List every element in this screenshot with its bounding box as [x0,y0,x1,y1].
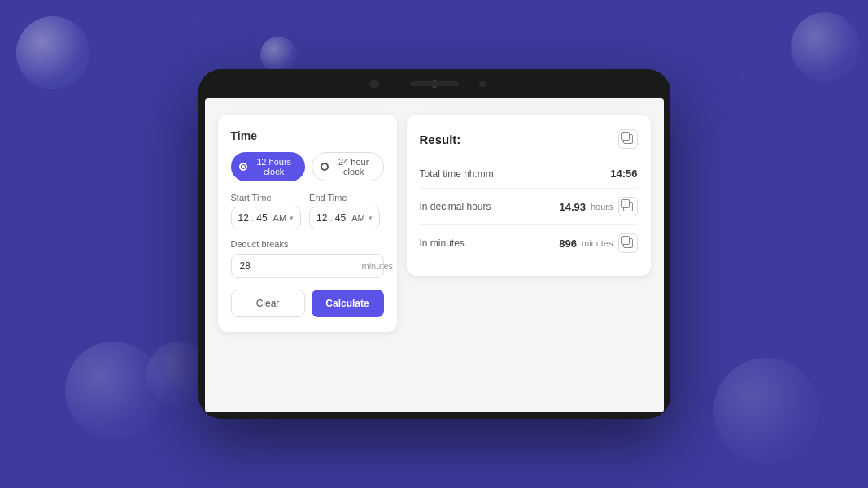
deduct-input-wrapper: minutes [231,254,384,278]
result-value-wrap-2: 896 minutes [559,233,637,253]
end-ampm-arrow: ▾ [369,214,373,222]
panel-title: Time [231,129,384,142]
end-time-group: End Time 12 : 45 AM ▾ [309,193,380,229]
bg-sphere-4 [65,342,163,439]
speaker [410,81,459,86]
radio-24h [321,163,329,171]
start-ampm[interactable]: AM ▾ [273,213,294,223]
result-row-2: In minutes 896 minutes [420,224,638,261]
end-time-input[interactable]: 12 : 45 AM ▾ [309,207,380,229]
start-minutes: 45 [256,212,267,224]
left-panel: Time 12 hours clock 24 hour clock Start … [218,115,397,332]
deduct-input[interactable] [240,260,362,272]
camera-right [479,81,486,87]
end-separator: : [329,212,332,224]
result-value-0: 14:56 [610,168,637,180]
result-unit-2: minutes [582,238,613,248]
end-ampm[interactable]: AM ▾ [351,213,373,223]
end-time-label: End Time [309,193,380,203]
copy-all-button[interactable] [618,129,638,149]
tablet: Time 12 hours clock 24 hour clock Start … [198,69,670,419]
deduct-label: Deduct breaks [231,239,384,249]
bg-sphere-2 [260,37,297,73]
action-buttons: Clear Calculate [231,290,384,317]
result-label-0: Total time hh:mm [420,168,494,180]
tablet-screen: Time 12 hours clock 24 hour clock Start … [205,98,664,412]
start-time-input[interactable]: 12 : 45 AM ▾ [231,207,302,229]
start-ampm-text: AM [273,213,287,223]
copy-all-icon [623,134,633,144]
bg-sphere-3 [791,12,860,81]
start-ampm-arrow: ▾ [290,214,294,222]
copy-decimal-button[interactable] [618,197,638,216]
copy-minutes-icon [623,238,633,248]
right-panel: Result: Total time hh:mm 14:56 In decima… [407,115,651,276]
result-label-2: In minutes [420,237,465,249]
deduct-unit: minutes [362,261,394,271]
result-unit-1: hours [591,202,613,211]
tablet-top-bar [198,69,670,98]
result-label-1: In decimal hours [420,201,491,212]
12-hour-clock-button[interactable]: 12 hours clock [231,152,305,181]
result-value-2: 896 [559,237,577,250]
bg-sphere-6 [713,358,819,464]
start-time-group: Start Time 12 : 45 AM ▾ [231,193,302,229]
end-hours: 12 [316,212,327,224]
clock-toggle: 12 hours clock 24 hour clock [231,152,384,181]
radio-12h [239,163,247,171]
result-value-wrap-0: 14:56 [610,168,637,180]
result-header: Result: [420,129,638,149]
time-row: Start Time 12 : 45 AM ▾ End Time 12 [231,193,384,229]
start-hours: 12 [238,212,249,224]
result-row-1: In decimal hours 14.93 hours [420,188,638,224]
result-title: Result: [420,133,461,146]
result-value-1: 14.93 [559,201,586,213]
end-ampm-text: AM [351,213,365,223]
result-row-0: Total time hh:mm 14:56 [420,159,638,188]
camera-left [369,79,379,89]
calculate-button[interactable]: Calculate [312,290,384,317]
start-separator: : [251,212,254,224]
bg-sphere-1 [16,16,89,89]
end-minutes: 45 [335,212,346,224]
result-value-wrap-1: 14.93 hours [559,197,637,216]
start-time-label: Start Time [231,193,302,203]
copy-minutes-button[interactable] [618,233,638,253]
24-hour-clock-button[interactable]: 24 hour clock [312,152,384,181]
copy-decimal-icon [623,202,633,211]
clear-button[interactable]: Clear [231,290,305,317]
